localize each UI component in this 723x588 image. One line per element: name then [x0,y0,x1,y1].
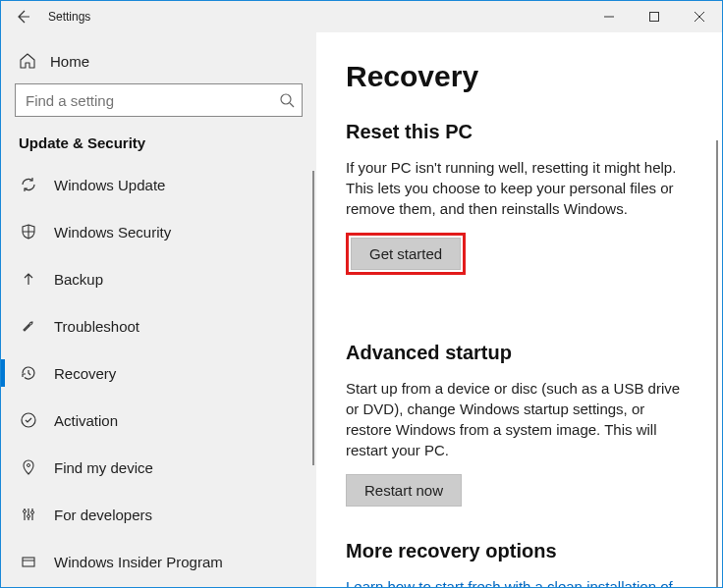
home-icon [19,52,36,70]
nav-item-troubleshoot[interactable]: Troubleshoot [1,302,316,349]
restart-now-button[interactable]: Restart now [346,474,462,507]
maximize-icon [649,12,659,22]
svg-point-5 [28,515,30,518]
fresh-start-link[interactable]: Learn how to start fresh with a clean in… [346,576,693,587]
svg-point-3 [28,464,30,467]
advanced-heading: Advanced startup [346,342,693,364]
back-arrow-icon [15,9,30,25]
svg-point-2 [22,413,35,427]
get-started-highlight: Get started [346,233,466,275]
sync-icon [19,176,38,193]
nav-item-windows-update[interactable]: Windows Update [1,161,316,208]
content-pane: Recovery Reset this PC If your PC isn't … [316,32,722,587]
more-recovery-section: More recovery options Learn how to start… [346,540,693,587]
nav-item-windows-security[interactable]: Windows Security [1,208,316,255]
box-icon [19,553,38,570]
nav-label: Recovery [54,365,116,382]
svg-rect-0 [650,13,659,22]
nav-label: Backup [54,271,103,288]
settings-window: Settings Home [0,0,723,588]
reset-section: Reset this PC If your PC isn't running w… [346,121,693,308]
nav-label: Activation [54,412,118,429]
advanced-description: Start up from a device or disc (such as … [346,378,693,460]
shield-icon [19,223,38,241]
nav-item-windows-insider[interactable]: Windows Insider Program [1,538,316,585]
nav-label: Find my device [54,459,153,476]
nav-item-for-developers[interactable]: For developers [1,491,316,538]
back-button[interactable] [1,1,44,32]
check-circle-icon [19,411,38,429]
page-title: Recovery [346,60,693,93]
upload-arrow-icon [19,270,38,288]
location-pin-icon [19,458,38,476]
get-started-button[interactable]: Get started [351,238,461,270]
sliders-icon [19,506,38,523]
nav-label: Windows Update [54,177,165,193]
sidebar: Home Update & Security Windows Update [1,32,316,587]
minimize-button[interactable] [586,1,632,32]
nav-label: Windows Security [54,224,171,241]
nav-label: Windows Insider Program [54,554,223,570]
sidebar-scrollbar[interactable] [312,171,314,465]
svg-rect-7 [23,558,34,566]
history-icon [19,364,38,382]
home-label: Home [50,53,89,70]
category-heading: Update & Security [1,134,316,161]
nav-item-backup[interactable]: Backup [1,255,316,302]
body: Home Update & Security Windows Update [1,32,722,587]
window-controls [586,1,722,32]
minimize-icon [604,12,614,22]
nav-list: Windows Update Windows Security Backup [1,161,316,587]
maximize-button[interactable] [632,1,677,32]
reset-description: If your PC isn't running well, resetting… [346,157,693,219]
titlebar: Settings [1,1,722,32]
wrench-icon [19,317,38,335]
window-title: Settings [44,10,586,24]
svg-point-4 [24,510,27,513]
search-box[interactable] [15,83,303,117]
svg-point-6 [31,511,34,514]
close-button[interactable] [677,1,722,32]
nav-item-recovery[interactable]: Recovery [1,349,316,397]
search-input[interactable] [15,83,303,117]
advanced-startup-section: Advanced startup Start up from a device … [346,342,693,507]
reset-heading: Reset this PC [346,121,693,143]
close-icon [695,12,704,22]
content-scrollbar[interactable] [716,140,718,587]
home-link[interactable]: Home [1,44,316,83]
more-heading: More recovery options [346,540,693,562]
nav-label: Troubleshoot [54,318,139,335]
nav-label: For developers [54,507,152,523]
nav-item-activation[interactable]: Activation [1,397,316,444]
nav-item-find-my-device[interactable]: Find my device [1,444,316,491]
